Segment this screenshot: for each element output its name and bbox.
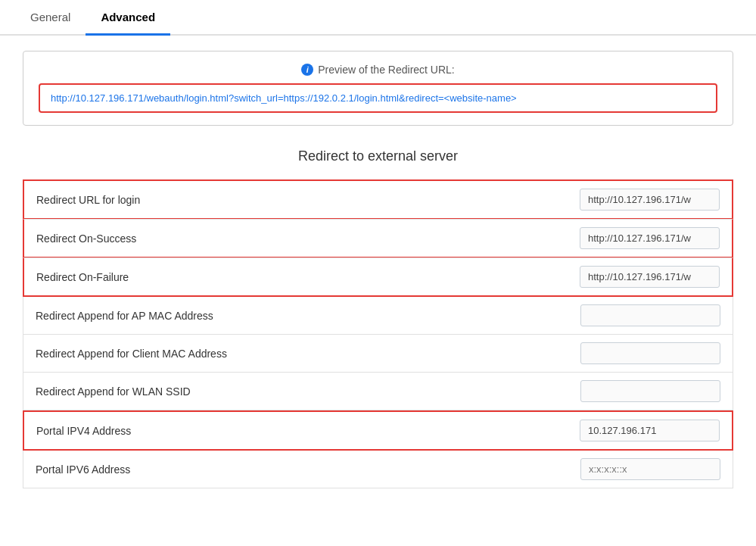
input-redirect-client-mac[interactable] <box>580 342 720 364</box>
preview-label: i Preview of the Redirect URL: <box>39 64 717 76</box>
row-portal-ipv6: Portal IPV6 Address <box>23 450 733 488</box>
row-redirect-client-mac: Redirect Append for Client MAC Address <box>23 335 733 373</box>
tab-bar: General Advanced <box>0 0 756 36</box>
row-portal-ipv4: Portal IPV4 Address <box>23 410 733 451</box>
input-portal-ipv4[interactable] <box>580 420 720 441</box>
label-redirect-url-login: Redirect URL for login <box>24 183 568 217</box>
preview-url: http://10.127.196.171/webauth/login.html… <box>39 83 717 113</box>
control-portal-ipv4 <box>568 412 732 449</box>
row-redirect-url-login: Redirect URL for login <box>23 179 733 220</box>
row-redirect-on-success: Redirect On-Success <box>23 219 733 258</box>
control-portal-ipv6 <box>568 451 733 488</box>
input-redirect-url-login[interactable] <box>580 189 720 211</box>
preview-section: i Preview of the Redirect URL: http://10… <box>23 51 733 126</box>
label-redirect-on-failure: Redirect On-Failure <box>24 261 568 294</box>
input-redirect-wlan-ssid[interactable] <box>580 380 720 402</box>
input-redirect-ap-mac[interactable] <box>580 304 720 326</box>
label-redirect-ap-mac: Redirect Append for AP MAC Address <box>23 299 568 332</box>
label-portal-ipv4: Portal IPV4 Address <box>24 414 568 448</box>
label-redirect-on-success: Redirect On-Success <box>24 222 568 255</box>
control-redirect-on-success <box>568 220 732 257</box>
main-content: i Preview of the Redirect URL: http://10… <box>0 36 756 504</box>
control-redirect-wlan-ssid <box>568 373 733 410</box>
control-redirect-url-login <box>568 181 732 218</box>
input-portal-ipv6[interactable] <box>580 458 720 480</box>
input-redirect-on-success[interactable] <box>580 227 720 249</box>
input-redirect-on-failure[interactable] <box>580 266 720 288</box>
row-redirect-ap-mac: Redirect Append for AP MAC Address <box>23 296 733 335</box>
control-redirect-client-mac <box>568 335 733 372</box>
tab-advanced[interactable]: Advanced <box>86 0 170 34</box>
info-icon: i <box>301 64 313 76</box>
label-portal-ipv6: Portal IPV6 Address <box>23 453 568 486</box>
label-redirect-wlan-ssid: Redirect Append for WLAN SSID <box>23 375 568 408</box>
label-redirect-client-mac: Redirect Append for Client MAC Address <box>23 337 568 370</box>
tab-general[interactable]: General <box>15 0 86 34</box>
form-table: Redirect URL for login Redirect On-Succe… <box>23 179 733 488</box>
control-redirect-on-failure <box>568 258 732 295</box>
control-redirect-ap-mac <box>568 297 733 334</box>
section-heading: Redirect to external server <box>23 148 733 164</box>
row-redirect-on-failure: Redirect On-Failure <box>23 257 733 297</box>
row-redirect-wlan-ssid: Redirect Append for WLAN SSID <box>23 373 733 410</box>
